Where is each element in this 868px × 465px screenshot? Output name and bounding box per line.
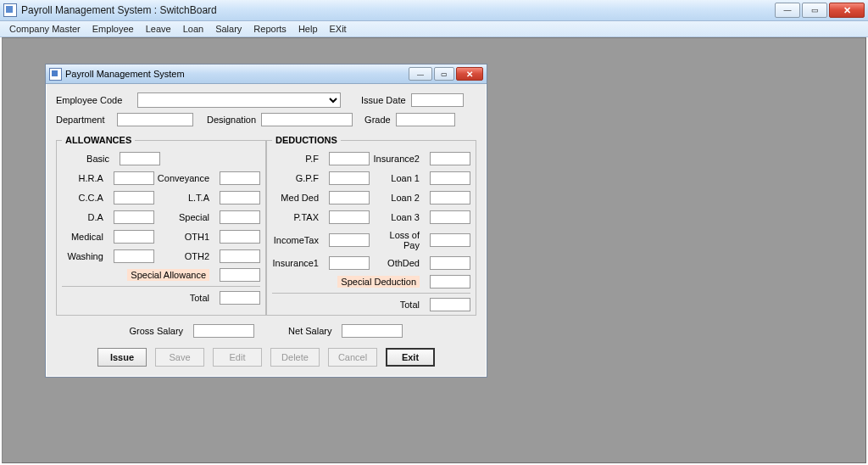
loan1-input[interactable] (430, 171, 470, 185)
edit-button[interactable]: Edit (213, 348, 262, 367)
deductions-group: DEDUCTIONS P.F Insurance2 G.P.F Loan 1 M… (266, 135, 476, 316)
menu-salary[interactable]: Salary (209, 24, 248, 34)
da-input[interactable] (114, 210, 154, 224)
washing-input[interactable] (114, 249, 154, 263)
net-salary-label: Net Salary (288, 326, 331, 336)
child-window-icon (49, 68, 62, 81)
medded-input[interactable] (329, 191, 370, 204)
medical-label: Medical (71, 232, 103, 242)
grade-label: Grade (364, 115, 391, 125)
child-titlebar[interactable]: Payroll Management System — ▭ ✕ (46, 64, 487, 84)
ins1-label: Insurance1 (273, 258, 319, 268)
payroll-form-window: Payroll Management System — ▭ ✕ Employee… (45, 64, 487, 378)
oth1-input[interactable] (220, 230, 260, 244)
gpf-label: G.P.F (296, 173, 319, 183)
othded-input[interactable] (430, 256, 470, 270)
issue-button[interactable]: Issue (97, 348, 147, 367)
exit-button[interactable]: Exit (386, 348, 435, 367)
allowance-total-label: Total (190, 293, 209, 303)
employee-code-label: Employee Code (56, 95, 132, 105)
loan3-input[interactable] (430, 210, 470, 224)
special-deduction-input[interactable] (430, 275, 470, 289)
app-icon (3, 3, 17, 17)
menu-employee[interactable]: Employee (86, 24, 140, 34)
department-input[interactable] (117, 113, 193, 126)
app-title: Payroll Management System : SwitchBoard (21, 4, 773, 16)
child-minimize-button[interactable]: — (409, 67, 432, 81)
oth2-label: OTH2 (185, 251, 209, 261)
designation-input[interactable] (261, 113, 353, 126)
loan2-input[interactable] (430, 191, 470, 204)
gross-salary-input[interactable] (193, 324, 254, 338)
menu-exit[interactable]: EXit (324, 24, 353, 34)
menu-loan[interactable]: Loan (177, 24, 209, 34)
lop-input[interactable] (430, 233, 470, 247)
lta-input[interactable] (220, 191, 260, 204)
inctax-input[interactable] (329, 233, 370, 247)
cca-label: C.C.A (79, 193, 103, 203)
issue-date-label: Issue Date (361, 95, 406, 105)
allowance-total-input[interactable] (220, 291, 260, 305)
ins1-input[interactable] (329, 256, 370, 270)
gross-salary-label: Gross Salary (130, 326, 184, 336)
othded-label: OthDed (387, 258, 420, 268)
menu-leave[interactable]: Leave (140, 24, 177, 34)
hra-label: H.R.A (79, 173, 103, 183)
inctax-label: IncomeTax (274, 235, 319, 245)
basic-label: Basic (86, 154, 109, 164)
mdi-client: Payroll Management System — ▭ ✕ Employee… (2, 37, 866, 463)
ins2-label: Insurance2 (374, 154, 420, 164)
allowances-legend: ALLOWANCES (62, 135, 135, 145)
ptax-input[interactable] (329, 210, 370, 224)
menu-help[interactable]: Help (292, 24, 324, 34)
loan1-label: Loan 1 (391, 173, 420, 183)
close-button[interactable]: ✕ (829, 3, 865, 18)
designation-label: Designation (207, 115, 256, 125)
child-close-button[interactable]: ✕ (456, 67, 483, 81)
allowances-group: ALLOWANCES Basic H.R.A Conveyance C.C.A … (56, 135, 266, 316)
oth2-input[interactable] (220, 249, 260, 263)
deduction-total-input[interactable] (430, 298, 470, 311)
deduction-total-label: Total (400, 300, 420, 310)
menu-company-master[interactable]: Company Master (3, 24, 86, 34)
delete-button[interactable]: Delete (270, 348, 320, 367)
ptax-label: P.TAX (293, 212, 319, 222)
deductions-legend: DEDUCTIONS (272, 135, 341, 145)
hra-input[interactable] (114, 171, 154, 185)
cca-input[interactable] (114, 191, 154, 204)
medded-label: Med Ded (281, 193, 319, 203)
app-titlebar: Payroll Management System : SwitchBoard … (0, 0, 868, 21)
child-restore-button[interactable]: ▭ (434, 67, 454, 81)
menu-bar: Company Master Employee Leave Loan Salar… (0, 21, 868, 37)
ins2-input[interactable] (430, 152, 470, 165)
minimize-button[interactable]: — (775, 3, 800, 18)
child-body: Employee Code Issue Date Department Desi… (46, 84, 487, 377)
cancel-button[interactable]: Cancel (328, 348, 377, 367)
department-label: Department (56, 115, 112, 125)
special-input[interactable] (220, 210, 260, 224)
grade-input[interactable] (396, 113, 455, 126)
issue-date-input[interactable] (411, 93, 464, 107)
medical-input[interactable] (114, 230, 154, 244)
special-label: Special (179, 212, 209, 222)
save-button[interactable]: Save (155, 348, 204, 367)
lop-label: Loss of Pay (373, 230, 420, 250)
pf-input[interactable] (329, 152, 370, 165)
employee-code-select[interactable] (137, 92, 341, 108)
lta-label: L.T.A (188, 193, 209, 203)
conveyance-input[interactable] (220, 171, 260, 185)
oth1-label: OTH1 (185, 232, 209, 242)
special-deduction-label: Special Deduction (337, 276, 420, 288)
net-salary-input[interactable] (342, 324, 403, 338)
conveyance-label: Conveyance (158, 173, 209, 183)
button-row: Issue Save Edit Delete Cancel Exit (56, 348, 476, 367)
special-allowance-input[interactable] (220, 268, 260, 282)
gpf-input[interactable] (329, 171, 370, 185)
menu-reports[interactable]: Reports (248, 24, 292, 34)
restore-button[interactable]: ▭ (802, 3, 827, 18)
window-buttons: — ▭ ✕ (773, 3, 865, 18)
child-title: Payroll Management System (65, 69, 407, 79)
app-window: Payroll Management System : SwitchBoard … (0, 0, 868, 465)
da-label: D.A (88, 212, 103, 222)
basic-input[interactable] (120, 152, 160, 165)
